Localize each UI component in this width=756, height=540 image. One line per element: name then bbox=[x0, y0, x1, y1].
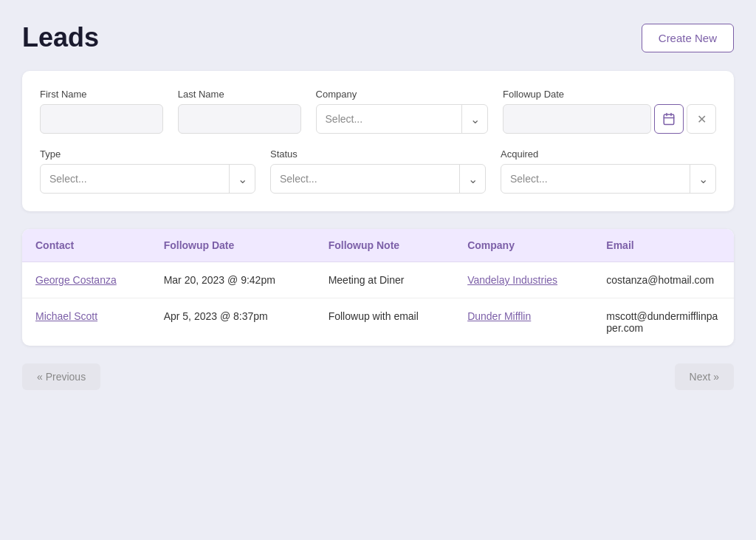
create-new-button[interactable]: Create New bbox=[642, 24, 734, 52]
table-header-row: Contact Followup Date Followup Note Comp… bbox=[22, 229, 734, 262]
status-select[interactable]: Select... bbox=[270, 164, 486, 194]
email-cell: costanza@hotmail.com bbox=[593, 262, 734, 298]
company-group: Company Select... ⌄ bbox=[316, 89, 488, 134]
col-email: Email bbox=[593, 229, 734, 262]
followup-date-wrapper: ✕ bbox=[503, 104, 716, 134]
page-title: Leads bbox=[22, 22, 99, 53]
next-button[interactable]: Next » bbox=[675, 363, 734, 390]
previous-button[interactable]: « Previous bbox=[22, 363, 100, 390]
leads-table: Contact Followup Date Followup Note Comp… bbox=[22, 229, 734, 346]
followup-note-cell: Meeting at Diner bbox=[315, 262, 454, 298]
company-cell[interactable]: Dunder Mifflin bbox=[454, 298, 593, 346]
filter-row-2: Type Select... ⌄ Status Select... ⌄ Acqu… bbox=[40, 148, 716, 194]
last-name-group: Last Name bbox=[178, 89, 301, 134]
type-select-wrapper: Select... ⌄ bbox=[40, 164, 255, 194]
pagination: « Previous Next » bbox=[22, 363, 734, 390]
calendar-icon bbox=[662, 112, 676, 126]
acquired-group: Acquired Select... ⌄ bbox=[501, 148, 716, 194]
followup-date-label: Followup Date bbox=[503, 89, 716, 100]
company-label: Company bbox=[316, 89, 488, 100]
followup-date-group: Followup Date ✕ bbox=[503, 89, 716, 134]
date-clear-button[interactable]: ✕ bbox=[687, 104, 716, 134]
page-header: Leads Create New bbox=[22, 22, 734, 53]
company-cell[interactable]: Vandelay Industries bbox=[454, 262, 593, 298]
calendar-icon-button[interactable] bbox=[654, 104, 684, 134]
table-row: Michael Scott Apr 5, 2023 @ 8:37pm Follo… bbox=[22, 298, 734, 346]
col-company: Company bbox=[454, 229, 593, 262]
followup-date-input[interactable] bbox=[503, 104, 651, 134]
close-icon: ✕ bbox=[697, 112, 707, 126]
table-row: George Costanza Mar 20, 2023 @ 9:42pm Me… bbox=[22, 262, 734, 298]
followup-date-cell: Apr 5, 2023 @ 8:37pm bbox=[151, 298, 315, 346]
type-select[interactable]: Select... bbox=[40, 164, 255, 194]
followup-note-cell: Followup with email bbox=[315, 298, 454, 346]
last-name-label: Last Name bbox=[178, 89, 301, 100]
company-select[interactable]: Select... bbox=[316, 104, 488, 134]
status-group: Status Select... ⌄ bbox=[270, 148, 486, 194]
col-followup-date: Followup Date bbox=[151, 229, 315, 262]
status-label: Status bbox=[270, 148, 486, 160]
status-select-wrapper: Select... ⌄ bbox=[270, 164, 486, 194]
type-label: Type bbox=[40, 148, 255, 160]
col-followup-note: Followup Note bbox=[315, 229, 454, 262]
col-contact: Contact bbox=[22, 229, 151, 262]
email-cell: mscott@dundermifflinpaper.com bbox=[593, 298, 734, 346]
acquired-label: Acquired bbox=[501, 148, 716, 160]
last-name-input[interactable] bbox=[178, 104, 301, 134]
first-name-input[interactable] bbox=[40, 104, 163, 134]
first-name-group: First Name bbox=[40, 89, 163, 134]
acquired-select-wrapper: Select... ⌄ bbox=[501, 164, 716, 194]
first-name-label: First Name bbox=[40, 89, 163, 100]
filter-card: First Name Last Name Company Select... ⌄… bbox=[22, 71, 734, 211]
contact-cell[interactable]: George Costanza bbox=[22, 262, 151, 298]
filter-row-1: First Name Last Name Company Select... ⌄… bbox=[40, 89, 716, 134]
svg-rect-0 bbox=[664, 115, 674, 125]
leads-table-container: Contact Followup Date Followup Note Comp… bbox=[22, 229, 734, 346]
contact-cell[interactable]: Michael Scott bbox=[22, 298, 151, 346]
followup-date-cell: Mar 20, 2023 @ 9:42pm bbox=[151, 262, 315, 298]
table-body: George Costanza Mar 20, 2023 @ 9:42pm Me… bbox=[22, 262, 734, 346]
company-select-wrapper: Select... ⌄ bbox=[316, 104, 488, 134]
type-group: Type Select... ⌄ bbox=[40, 148, 255, 194]
table-header: Contact Followup Date Followup Note Comp… bbox=[22, 229, 734, 262]
acquired-select[interactable]: Select... bbox=[501, 164, 716, 194]
